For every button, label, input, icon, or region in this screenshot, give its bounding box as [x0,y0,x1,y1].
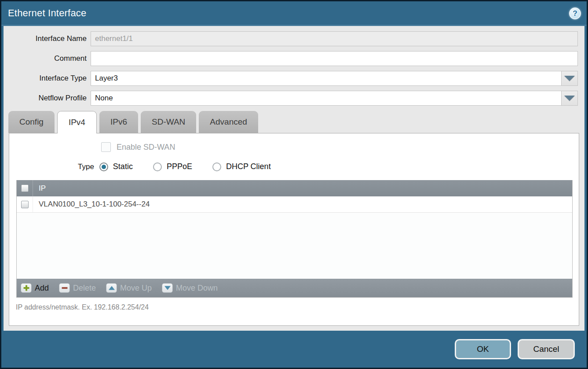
radio-pppoe-label: PPPoE [167,162,192,171]
netflow-profile-value: None [91,91,562,106]
add-button-label: Add [35,284,49,293]
arrow-down-icon [162,283,173,293]
dialog-title: Ethernet Interface [8,7,86,19]
type-radio-row: Type Static PPPoE DHCP Client [78,162,579,171]
tab-sdwan[interactable]: SD-WAN [141,111,196,133]
radio-dhcp-client[interactable]: DHCP Client [212,162,271,171]
dialog-footer: OK Cancel [1,331,587,368]
arrow-up-icon [106,283,117,293]
ipv4-tab-panel: Enable SD-WAN Type Static PPPoE DHCP Cli… [9,133,579,326]
radio-button-icon[interactable] [212,162,221,171]
help-icon[interactable]: ? [569,7,581,19]
add-button[interactable]: Add [21,283,49,293]
tab-ipv4[interactable]: IPv4 [57,111,97,133]
interface-name-field [91,31,578,46]
move-down-button-label: Move Down [176,284,218,293]
ip-column-header: IP [33,184,46,193]
interface-type-dropdown[interactable]: Layer3 [91,71,578,86]
ok-button[interactable]: OK [455,339,511,359]
radio-button-icon[interactable] [153,162,162,171]
delete-button-label: Delete [73,284,96,293]
ip-table-header: IP [17,180,572,196]
row-checkbox-cell [17,196,33,212]
ip-value: VLAN0100_L3_10-1-100-254--24 [33,200,150,209]
delete-button: Delete [59,283,96,293]
comment-row: Comment [4,51,578,66]
tab-ipv6[interactable]: IPv6 [99,111,138,133]
ip-format-hint: IP address/netmask. Ex. 192.168.2.254/24 [16,303,579,311]
ip-address-table: IP VLAN0100_L3_10-1-100-254--24 Add [16,180,573,298]
netflow-profile-dropdown-trigger[interactable] [562,91,578,106]
interface-name-row: Interface Name [4,31,578,46]
radio-static[interactable]: Static [99,162,133,171]
interface-name-label: Interface Name [4,34,91,43]
radio-button-icon[interactable] [99,162,108,171]
cancel-button[interactable]: Cancel [518,339,575,359]
tab-config[interactable]: Config [8,111,55,133]
comment-field[interactable] [91,51,578,66]
ethernet-interface-dialog: Ethernet Interface ? Interface Name Comm… [0,0,588,369]
table-empty-area [17,213,572,279]
radio-dhcp-client-label: DHCP Client [226,162,271,171]
dialog-titlebar: Ethernet Interface ? [1,1,587,26]
netflow-profile-dropdown[interactable]: None [91,91,578,106]
ip-table-row[interactable]: VLAN0100_L3_10-1-100-254--24 [17,196,572,213]
netflow-profile-label: Netflow Profile [4,94,91,103]
comment-label: Comment [4,54,91,63]
radio-static-label: Static [113,162,133,171]
interface-type-dropdown-trigger[interactable] [562,71,578,86]
move-up-button: Move Up [106,283,152,293]
interface-type-label: Interface Type [4,74,91,83]
interface-type-value: Layer3 [91,71,562,86]
chevron-down-icon [564,76,575,81]
enable-sdwan-checkbox [101,142,111,152]
tab-advanced[interactable]: Advanced [199,111,258,133]
enable-sdwan-row: Enable SD-WAN [101,142,579,152]
chevron-down-icon [564,96,575,101]
type-label: Type [78,162,94,171]
select-all-checkbox[interactable] [21,184,29,192]
select-all-cell [17,180,33,196]
netflow-profile-row: Netflow Profile None [4,91,578,106]
minus-icon [59,283,70,293]
row-checkbox[interactable] [21,201,29,208]
move-down-button: Move Down [162,283,218,293]
move-up-button-label: Move Up [120,284,152,293]
dialog-body: Interface Name Comment Interface Type La… [4,26,584,331]
tab-bar: Config IPv4 IPv6 SD-WAN Advanced [4,111,584,133]
table-toolbar: Add Delete Move Up Move Down [17,279,572,297]
enable-sdwan-label: Enable SD-WAN [117,143,175,152]
interface-type-row: Interface Type Layer3 [4,71,578,86]
radio-pppoe[interactable]: PPPoE [153,162,192,171]
plus-icon [21,283,32,293]
